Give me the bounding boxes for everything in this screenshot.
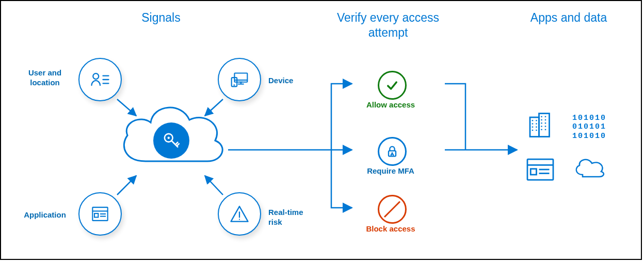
checkmark-icon — [385, 78, 399, 93]
svg-rect-29 — [539, 114, 550, 137]
building-icon — [525, 110, 556, 141]
diagram-frame: Signals Verify every access attempt Apps… — [0, 0, 642, 260]
block-slash-icon — [379, 196, 405, 222]
block-badge — [378, 195, 407, 224]
label-block: Block access — [362, 224, 419, 233]
mfa-badge — [378, 137, 407, 166]
allow-badge — [378, 71, 407, 100]
app-window-icon — [525, 156, 556, 183]
svg-rect-50 — [530, 169, 536, 175]
binary-data-icon: 101010 010101 101010 — [572, 114, 606, 141]
svg-rect-28 — [530, 117, 539, 137]
cloud-small-icon — [571, 156, 607, 183]
label-mfa: Require MFA — [362, 166, 419, 175]
svg-line-27 — [384, 202, 400, 217]
label-allow: Allow access — [362, 100, 419, 109]
lock-person-icon — [385, 144, 399, 159]
